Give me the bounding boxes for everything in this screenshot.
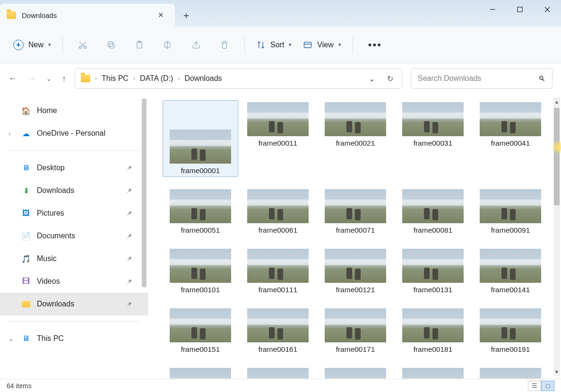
view-button[interactable]: View ▾: [298, 36, 345, 53]
share-button[interactable]: [183, 36, 209, 53]
close-tab-button[interactable]: ✕: [154, 9, 167, 22]
home-icon: 🏠: [21, 105, 31, 116]
search-box[interactable]: 🔍︎: [411, 68, 552, 89]
file-item[interactable]: [395, 366, 471, 379]
thumbnail: [325, 368, 386, 379]
paste-button[interactable]: [126, 36, 153, 53]
file-item[interactable]: frame00191: [473, 306, 548, 356]
sort-button[interactable]: Sort ▾: [251, 36, 296, 53]
thumbnail: [170, 249, 231, 283]
folder-icon: [7, 11, 16, 19]
copy-button[interactable]: [98, 36, 124, 53]
file-item[interactable]: frame00101: [163, 247, 238, 296]
minimize-button[interactable]: [479, 0, 506, 19]
address-bar[interactable]: › This PC › DATA (D:) › Downloads ⌄ ↻: [75, 68, 402, 89]
refresh-button[interactable]: ↻: [383, 72, 397, 85]
thumbnail: [247, 249, 309, 283]
close-window-button[interactable]: [534, 0, 561, 19]
chevron-right-icon[interactable]: ›: [9, 130, 10, 137]
sidebar-item-downloads[interactable]: ⬇ Downloads 📌︎: [0, 179, 148, 202]
details-view-button[interactable]: ☰: [528, 381, 541, 391]
thumbnail: [325, 102, 386, 136]
search-input[interactable]: [418, 74, 534, 83]
file-name: frame00131: [414, 286, 453, 294]
breadcrumb-drive[interactable]: DATA (D:): [140, 74, 173, 83]
new-tab-button[interactable]: ＋: [175, 4, 198, 26]
file-item[interactable]: frame00131: [395, 247, 471, 296]
maximize-button[interactable]: [506, 0, 534, 19]
chevron-down-icon[interactable]: ⌄: [9, 335, 14, 342]
sidebar-item-label: Music: [37, 254, 57, 263]
sidebar-item-home[interactable]: 🏠 Home: [0, 99, 148, 122]
file-item[interactable]: frame00161: [240, 306, 316, 356]
file-name: frame00181: [414, 345, 453, 354]
pin-icon: 📌︎: [126, 210, 132, 217]
content-scrollbar[interactable]: ▲ ▼: [553, 97, 560, 376]
breadcrumb-folder[interactable]: Downloads: [184, 74, 222, 83]
address-dropdown-button[interactable]: ⌄: [365, 72, 379, 85]
svg-rect-9: [108, 42, 112, 46]
back-button[interactable]: ←: [9, 74, 17, 84]
sidebar-item-documents[interactable]: 📄 Documents 📌︎: [0, 225, 148, 247]
file-item[interactable]: frame00151: [163, 306, 238, 356]
file-item[interactable]: frame00061: [240, 187, 316, 236]
breadcrumb-thispc[interactable]: This PC: [102, 74, 129, 83]
scroll-up-button[interactable]: ▲: [553, 97, 560, 106]
file-item[interactable]: frame00181: [395, 306, 471, 356]
sidebar-scrollbar[interactable]: [142, 98, 147, 287]
scroll-thumb[interactable]: [554, 108, 560, 205]
file-item[interactable]: frame00141: [473, 247, 548, 296]
file-name: frame00141: [491, 286, 530, 294]
file-item[interactable]: frame00051: [163, 187, 238, 236]
file-item[interactable]: frame00171: [318, 306, 393, 356]
file-name: frame00121: [336, 286, 375, 294]
more-button[interactable]: •••: [360, 35, 390, 55]
sidebar-item-downloads-folder[interactable]: Downloads 📌︎: [0, 293, 148, 315]
file-item[interactable]: frame00091: [473, 187, 548, 236]
file-item[interactable]: [473, 366, 548, 379]
sidebar-item-pictures[interactable]: 🖼 Pictures 📌︎: [0, 202, 148, 225]
file-item[interactable]: frame00031: [395, 100, 471, 177]
chevron-right-icon: ›: [95, 75, 97, 82]
sidebar-item-onedrive[interactable]: › ☁ OneDrive - Personal: [0, 122, 148, 145]
file-item[interactable]: frame00121: [318, 247, 393, 296]
file-item[interactable]: [318, 366, 393, 379]
file-item[interactable]: [240, 366, 316, 379]
cut-button[interactable]: [69, 36, 96, 53]
sidebar-item-videos[interactable]: 🎞 Videos 📌︎: [0, 270, 148, 293]
sidebar-item-music[interactable]: 🎵 Music 📌︎: [0, 247, 148, 270]
sidebar-item-thispc[interactable]: ⌄ 🖥 This PC: [0, 327, 148, 350]
tab-downloads[interactable]: Downloads ✕: [0, 4, 175, 26]
rename-button[interactable]: [155, 36, 181, 53]
file-item[interactable]: frame00021: [318, 100, 393, 177]
file-item[interactable]: frame00011: [240, 100, 316, 177]
thumbnails-view-button[interactable]: ◻: [541, 381, 554, 391]
cloud-icon: ☁: [21, 128, 31, 139]
thumbnail: [480, 308, 541, 342]
music-icon: 🎵: [21, 253, 31, 264]
file-list[interactable]: frame00001 frame00011 frame00021 frame00…: [148, 94, 561, 379]
file-name: frame00021: [336, 139, 375, 148]
new-button[interactable]: + New ▾: [9, 36, 56, 54]
file-item[interactable]: frame00001: [163, 100, 238, 177]
file-name: frame00011: [259, 139, 298, 148]
thumbnail: [402, 189, 464, 223]
scroll-down-button[interactable]: ▼: [553, 367, 560, 376]
view-label: View: [317, 41, 333, 49]
search-icon: 🔍︎: [538, 75, 545, 83]
pin-icon: 📌︎: [126, 278, 132, 285]
file-name: frame00051: [181, 226, 220, 235]
pin-icon: 📌︎: [126, 255, 132, 262]
file-item[interactable]: frame00081: [395, 187, 471, 236]
file-item[interactable]: [163, 366, 238, 379]
up-button[interactable]: ↑: [62, 74, 66, 84]
file-item[interactable]: frame00111: [240, 247, 316, 296]
file-item[interactable]: frame00071: [318, 187, 393, 236]
file-name: frame00161: [259, 345, 298, 354]
sidebar-item-desktop[interactable]: 🖥 Desktop 📌︎: [0, 157, 148, 179]
file-item[interactable]: frame00041: [473, 100, 548, 177]
delete-button[interactable]: [211, 36, 238, 53]
forward-button[interactable]: →: [27, 74, 36, 84]
recent-locations-button[interactable]: ⌄: [46, 75, 52, 82]
thumbnail: [402, 249, 464, 283]
